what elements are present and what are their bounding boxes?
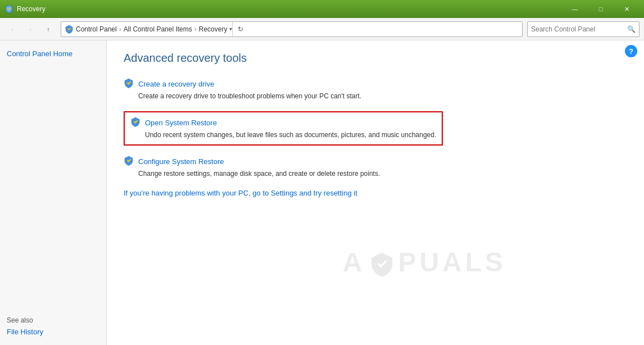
item-header-configure-restore: Configure System Restore [124,156,627,167]
address-bar[interactable]: Control Panel › All Control Panel Items … [61,21,523,37]
open-system-restore-link[interactable]: Open System Restore [145,119,217,127]
sidebar-top: Control Panel Home [7,49,99,58]
minimize-button[interactable]: — [562,0,588,18]
maximize-button[interactable]: □ [588,0,614,18]
content-area: ? Advanced recovery tools Create a recov… [107,40,644,345]
recovery-item-configure-restore: Configure System Restore Change restore … [124,156,627,179]
sidebar: Control Panel Home See also File History [0,40,107,345]
titlebar-title: Recovery [17,5,562,13]
shield-icon-system-restore [130,117,142,128]
search-icon[interactable]: 🔍 [627,25,636,33]
sidebar-bottom-section: See also File History [7,316,99,336]
open-system-restore-box: Open System Restore Undo recent system c… [124,111,443,146]
shield-icon-create-drive [124,78,135,89]
shield-icon-configure-restore [124,156,135,167]
address-icon [65,25,74,34]
open-system-restore-desc: Undo recent system changes, but leave fi… [145,130,436,140]
help-button[interactable]: ? [625,45,637,57]
main-container: Control Panel Home See also File History… [0,40,644,345]
forward-button[interactable]: › [22,21,38,37]
file-history-link[interactable]: File History [7,328,99,336]
breadcrumb-recovery: Recovery [199,25,228,33]
navbar: ‹ › ↑ Control Panel › All Control Panel … [0,18,644,40]
up-button[interactable]: ↑ [40,21,56,37]
titlebar: Recovery — □ ✕ [0,0,644,18]
breadcrumb: Control Panel › All Control Panel Items … [76,25,227,33]
create-recovery-drive-desc: Create a recovery drive to troubleshoot … [138,91,627,101]
item-header-system-restore: Open System Restore [130,117,436,128]
settings-reset-link[interactable]: If you're having problems with your PC, … [124,189,627,197]
see-also-label: See also [7,316,99,324]
titlebar-controls: — □ ✕ [562,0,640,18]
search-box[interactable]: 🔍 [527,21,640,37]
configure-system-restore-desc: Change restore settings, manage disk spa… [138,169,627,179]
watermark: A PUALS [343,247,506,278]
create-recovery-drive-link[interactable]: Create a recovery drive [138,80,214,88]
back-button[interactable]: ‹ [4,21,20,37]
configure-system-restore-link[interactable]: Configure System Restore [138,157,224,166]
titlebar-icon [4,4,13,13]
address-refresh-icon[interactable]: ↻ [232,22,248,37]
close-button[interactable]: ✕ [614,0,640,18]
breadcrumb-all-items[interactable]: All Control Panel Items [124,25,192,33]
page-title: Advanced recovery tools [124,52,627,65]
item-header-create-drive: Create a recovery drive [124,78,627,89]
breadcrumb-control-panel[interactable]: Control Panel [76,25,117,33]
control-panel-home-link[interactable]: Control Panel Home [7,49,99,58]
search-input[interactable] [531,25,627,33]
recovery-item-create-drive: Create a recovery drive Create a recover… [124,78,627,101]
